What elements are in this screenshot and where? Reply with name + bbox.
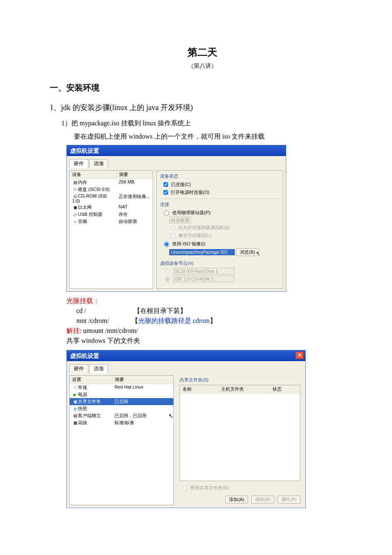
cursor-icon: ↖ (256, 250, 261, 257)
device-row-usb[interactable]: ◇USB 控制器 存在 (70, 211, 153, 218)
remove-folder-button: 移除(R) (251, 496, 274, 504)
separator (160, 198, 280, 199)
shared-folders-buttons: 添加(A) 移除(R) 属性(P) (180, 496, 300, 504)
umount-command: : umount /mnt/cdrom/ (80, 327, 138, 334)
share-windows-line: 共享 windows 下的文件夹 (66, 337, 140, 344)
folder-properties-button: 属性(P) (278, 496, 300, 504)
device-row-audio[interactable]: ♪音频 自动探测 (70, 218, 153, 225)
group-device-status: 设备状态 (160, 173, 280, 179)
step1-line2: 要在虚拟机上使用 windows 上的一个文件，就可用 iso 文件来挂载 (74, 132, 355, 142)
dialog2-titlebar[interactable]: 虚拟机设置 ✕ (67, 350, 305, 361)
advanced-icon: ▦ (72, 421, 78, 425)
device-row-harddisk[interactable]: □硬盘 (SCSI 0:0) (70, 186, 153, 193)
checkbox-legacy-emulation: 兼容方式模拟(L) (169, 232, 280, 239)
col-host-folder: 主机文件夹 (219, 385, 270, 393)
dialog2-body: 设置 摘要 □常规 Red Hat Linux ▶电源 ▣共享文件夹 已启用 ◎… (67, 373, 305, 508)
dialog2-title: 虚拟机设置 (70, 352, 99, 359)
snapshot-icon: ◎ (72, 406, 78, 411)
section-heading-1: 一、安装环境 (50, 82, 355, 93)
device-list-header: 设备 摘要 (70, 171, 153, 179)
dialog-body: 设备 摘要 ▤内存 256 MB □硬盘 (SCSI 0:0) ◎CD-ROM … (67, 168, 286, 291)
harddisk-icon: □ (72, 187, 78, 192)
checkbox-disable-shared-folders: 禁用共享文件夹(D) (181, 484, 300, 491)
option-row-shared-folders[interactable]: ▣共享文件夹 已启用 (70, 398, 173, 405)
col-summary-2: 摘要 (112, 376, 173, 384)
step1-line1: 1）把 mypackage.iso 挂载到 linux 操作系统上 (61, 118, 355, 128)
device-row-memory[interactable]: ▤内存 256 MB (70, 179, 153, 186)
mnt-command: mnt /cdrom/ (76, 317, 111, 324)
option-row-power[interactable]: ▶电源 (70, 391, 173, 398)
tab-hardware[interactable]: 硬件 (69, 159, 88, 168)
audio-icon: ♪ (72, 219, 78, 224)
physical-drive-dropdown-wrap: 自动探测 (169, 217, 280, 223)
general-icon: □ (72, 385, 78, 390)
memory-icon: ▤ (72, 180, 78, 185)
section-heading-2: 1、jdk 的安装步骤(linux 上的 java 开发环境) (50, 103, 355, 112)
umount-label: 解挂 (66, 327, 80, 334)
dialog-tabs: 硬件 选项 (67, 156, 286, 168)
shared-folders-header: 名称 主机文件夹 状态 (180, 385, 300, 394)
tab-hardware-2[interactable]: 硬件 (69, 364, 88, 373)
shared-folders-panel: 共享文件夹(S) 名称 主机文件夹 状态 禁用共享文件夹(D) 添加(A) 移除… (177, 375, 303, 505)
group-shared-folders: 共享文件夹(S) (180, 377, 300, 383)
radio-use-iso[interactable]: 使用 ISO 镜像(I): (162, 240, 280, 247)
device-settings-panel: 设备状态 已连接(C) 打开电源时连接(O) 连接 使用物理驱动器(P): 自动… (156, 170, 283, 289)
cd-note: 【在根目录下装】 (134, 307, 187, 314)
browse-button[interactable]: 浏览(B) (236, 248, 259, 256)
col-device: 设备 (70, 171, 117, 178)
doc-title: 第二天 (50, 46, 355, 59)
mount-label: 光驱挂载： (66, 297, 100, 304)
guest-isolation-icon: ▤ (72, 413, 78, 418)
device-list-panel: 设备 摘要 ▤内存 256 MB □硬盘 (SCSI 0:0) ◎CD-ROM … (69, 170, 153, 289)
cd-command: cd / (76, 307, 88, 314)
options-list-panel: 设置 摘要 □常规 Red Hat Linux ▶电源 ▣共享文件夹 已启用 ◎… (69, 375, 174, 505)
add-folder-button[interactable]: 添加(A) (225, 496, 248, 504)
ethernet-icon: ▣ (72, 205, 78, 210)
physical-drive-dropdown[interactable]: 自动探测 (169, 217, 191, 223)
mnt-note: 【光驱的挂载路径是 cdrom】 (131, 317, 217, 324)
doc-subtitle: （第八讲） (50, 62, 355, 70)
option-row-general[interactable]: □常规 Red Hat Linux (70, 384, 173, 391)
checkbox-connected[interactable]: 已连接(C) (162, 181, 280, 188)
group-device-node: 虚拟设备节点(V) (160, 260, 280, 266)
device-row-cdrom[interactable]: ◎CD-ROM (IDE 1:0) 正在使用镜像... (70, 193, 153, 204)
option-row-guest-isolation[interactable]: ▤客户端独立 已启用，已启用 (70, 412, 173, 419)
cdrom-icon: ◎ (72, 194, 78, 198)
vmware-settings-dialog-hardware: 虚拟机设置 硬件 选项 设备 摘要 ▤内存 256 MB □硬盘 (SCSI 0… (66, 145, 286, 292)
close-icon[interactable]: ✕ (295, 352, 304, 359)
radio-physical-drive[interactable]: 使用物理驱动器(P): (162, 209, 280, 216)
tab-options[interactable]: 选项 (89, 159, 108, 168)
radio-scsi-node: SCSI 0:0 Hard Disk 1 (163, 268, 280, 274)
vmware-settings-dialog-options: 虚拟机设置 ✕ 硬件 选项 设置 摘要 □常规 Red Hat Linux ▶电… (66, 350, 306, 508)
mount-commands: 光驱挂载： cd / 【在根目录下装】 mnt /cdrom/ 【光驱的挂载路径… (66, 296, 355, 346)
option-row-advanced[interactable]: ▦高级 标准/标准 (70, 419, 173, 426)
shared-folders-icon: ▣ (72, 399, 78, 404)
col-setting: 设置 (70, 376, 112, 384)
col-folder-name: 名称 (180, 385, 219, 393)
iso-path-field[interactable]: Linux\mypack\myPackage.ISO (169, 249, 235, 255)
iso-path-row: Linux\mypack\myPackage.ISO 浏览(B) ↖ (169, 248, 280, 256)
document-page: 第二天 （第八讲） 一、安装环境 1、jdk 的安装步骤(linux 上的 ja… (0, 0, 392, 555)
power-icon: ▶ (72, 392, 78, 397)
col-summary: 摘要 (117, 171, 153, 178)
checkbox-connect-at-poweron[interactable]: 打开电源时连接(O) (162, 189, 280, 196)
dialog2-tabs: 硬件 选项 (67, 361, 305, 373)
shared-folders-list[interactable]: 名称 主机文件夹 状态 (180, 385, 300, 481)
dialog-title: 虚拟机设置 (70, 147, 99, 154)
dialog-titlebar[interactable]: 虚拟机设置 (67, 145, 286, 156)
group-connection: 连接 (160, 201, 280, 208)
tab-options-2[interactable]: 选项 (89, 364, 108, 373)
radio-ide-node: IDE 1:0 CD-ROM 1 (163, 276, 280, 282)
option-row-snapshots[interactable]: ◎快照 (70, 405, 173, 412)
usb-icon: ◇ (72, 212, 78, 217)
checkbox-connect-exclusive: 仅允许连接到该虚拟机(E) (169, 224, 280, 231)
col-folder-state: 状态 (270, 385, 300, 393)
options-list-header: 设置 摘要 (70, 376, 173, 384)
device-row-ethernet[interactable]: ▣以太网 NAT (70, 204, 153, 211)
